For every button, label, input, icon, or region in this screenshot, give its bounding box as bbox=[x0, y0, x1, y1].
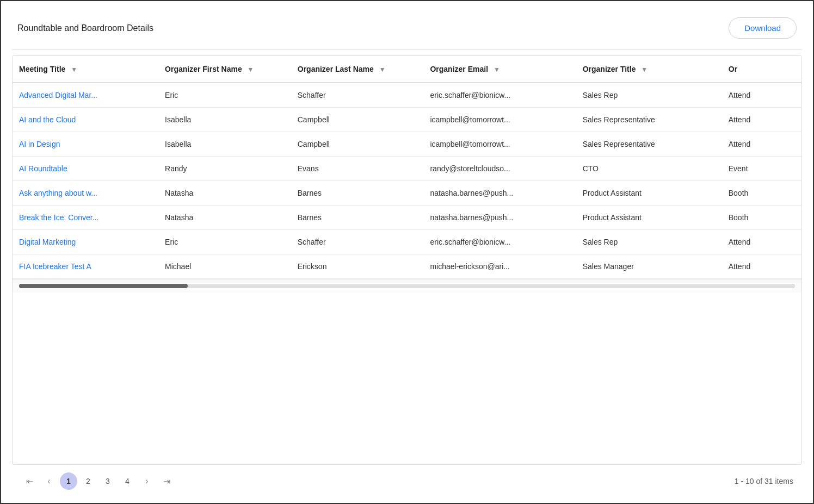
last-name-cell: Barnes bbox=[291, 206, 424, 230]
col-label-first-name: Organizer First Name bbox=[165, 65, 242, 73]
first-name-cell: Michael bbox=[158, 254, 291, 279]
meeting-title-link[interactable]: AI in Design bbox=[19, 140, 60, 148]
organizer-title-cell: CTO bbox=[576, 157, 722, 181]
or-cell: Event bbox=[722, 157, 801, 181]
organizer-title-cell: Sales Representative bbox=[576, 108, 722, 132]
organizer-title-cell: Sales Manager bbox=[576, 254, 722, 279]
email-cell: randy@storeltcloudso... bbox=[423, 157, 576, 181]
table-body: Advanced Digital Mar...EricSchaffereric.… bbox=[13, 83, 801, 279]
col-label-or: Or bbox=[729, 65, 737, 73]
organizer-title-cell: Product Assistant bbox=[576, 206, 722, 230]
last-name-cell: Campbell bbox=[291, 132, 424, 157]
table-row: AI RoundtableRandyEvansrandy@storeltclou… bbox=[13, 157, 801, 181]
filter-icon-last[interactable]: ▼ bbox=[379, 66, 386, 73]
header-divider bbox=[12, 49, 802, 50]
prev-page-button[interactable]: ‹ bbox=[40, 472, 58, 490]
filter-icon-meeting[interactable]: ▼ bbox=[71, 66, 77, 73]
scrollbar-track[interactable] bbox=[19, 284, 795, 288]
first-name-cell: Isabella bbox=[158, 108, 291, 132]
filter-icon-title[interactable]: ▼ bbox=[641, 66, 648, 73]
last-name-cell: Schaffer bbox=[291, 230, 424, 254]
first-name-cell: Eric bbox=[158, 230, 291, 254]
page-button-1[interactable]: 1 bbox=[60, 472, 77, 490]
email-cell: icampbell@tomorrowt... bbox=[423, 132, 576, 157]
meeting-title-link[interactable]: Ask anything about w... bbox=[19, 189, 97, 197]
col-header-title[interactable]: Organizer Title ▼ bbox=[576, 56, 722, 83]
table-container: Meeting Title ▼ Organizer First Name ▼ O… bbox=[12, 55, 802, 465]
col-label-meeting-title: Meeting Title bbox=[19, 65, 65, 73]
filter-icon-first[interactable]: ▼ bbox=[248, 66, 254, 73]
col-header-last-name[interactable]: Organizer Last Name ▼ bbox=[291, 56, 424, 83]
scrollbar-thumb[interactable] bbox=[19, 284, 188, 288]
meeting-title-link[interactable]: AI Roundtable bbox=[19, 164, 67, 173]
col-header-email[interactable]: Organizer Email ▼ bbox=[423, 56, 576, 83]
last-page-button[interactable]: ⇥ bbox=[158, 472, 175, 490]
table-row: Advanced Digital Mar...EricSchaffereric.… bbox=[13, 83, 801, 108]
or-cell: Attend bbox=[722, 83, 801, 108]
page-button-4[interactable]: 4 bbox=[119, 472, 136, 490]
page-wrapper: Roundtable and Boardroom Details Downloa… bbox=[0, 0, 814, 504]
email-cell: natasha.barnes@push... bbox=[423, 206, 576, 230]
email-cell: icampbell@tomorrowt... bbox=[423, 108, 576, 132]
pagination: ⇤ ‹ 1 2 3 4 › ⇥ 1 - 10 of 31 items bbox=[12, 465, 802, 492]
table-row: Digital MarketingEricSchaffereric.schaff… bbox=[13, 230, 801, 254]
table-header-row: Meeting Title ▼ Organizer First Name ▼ O… bbox=[13, 56, 801, 83]
col-label-email: Organizer Email bbox=[430, 65, 488, 73]
organizer-title-cell: Sales Representative bbox=[576, 132, 722, 157]
table-row: Break the Ice: Conver...NatashaBarnesnat… bbox=[13, 206, 801, 230]
last-name-cell: Campbell bbox=[291, 108, 424, 132]
email-cell: eric.schaffer@bionicw... bbox=[423, 83, 576, 108]
last-name-cell: Erickson bbox=[291, 254, 424, 279]
meeting-title-link[interactable]: Break the Ice: Conver... bbox=[19, 213, 98, 222]
table-row: AI and the CloudIsabellaCampbellicampbel… bbox=[13, 108, 801, 132]
data-table: Meeting Title ▼ Organizer First Name ▼ O… bbox=[13, 56, 801, 279]
last-name-cell: Evans bbox=[291, 157, 424, 181]
meeting-title-link[interactable]: Advanced Digital Mar... bbox=[19, 91, 97, 99]
or-cell: Attend bbox=[722, 254, 801, 279]
organizer-title-cell: Sales Rep bbox=[576, 230, 722, 254]
first-name-cell: Natasha bbox=[158, 206, 291, 230]
pagination-info: 1 - 10 of 31 items bbox=[735, 477, 793, 486]
or-cell: Attend bbox=[722, 230, 801, 254]
organizer-title-cell: Product Assistant bbox=[576, 181, 722, 206]
pagination-controls: ⇤ ‹ 1 2 3 4 › ⇥ bbox=[21, 472, 175, 490]
page-button-3[interactable]: 3 bbox=[99, 472, 116, 490]
first-name-cell: Eric bbox=[158, 83, 291, 108]
email-cell: natasha.barnes@push... bbox=[423, 181, 576, 206]
download-button[interactable]: Download bbox=[729, 17, 797, 39]
col-label-last-name: Organizer Last Name bbox=[298, 65, 374, 73]
or-cell: Booth bbox=[722, 206, 801, 230]
or-cell: Attend bbox=[722, 132, 801, 157]
table-row: AI in DesignIsabellaCampbellicampbell@to… bbox=[13, 132, 801, 157]
scrollbar-area bbox=[13, 279, 801, 293]
header: Roundtable and Boardroom Details Downloa… bbox=[12, 12, 802, 49]
first-page-button[interactable]: ⇤ bbox=[21, 472, 38, 490]
filter-icon-email[interactable]: ▼ bbox=[494, 66, 500, 73]
col-header-first-name[interactable]: Organizer First Name ▼ bbox=[158, 56, 291, 83]
first-name-cell: Isabella bbox=[158, 132, 291, 157]
col-header-or[interactable]: Or bbox=[722, 56, 801, 83]
next-page-button[interactable]: › bbox=[138, 472, 156, 490]
page-title: Roundtable and Boardroom Details bbox=[17, 23, 153, 33]
email-cell: michael-erickson@ari... bbox=[423, 254, 576, 279]
table-row: Ask anything about w...NatashaBarnesnata… bbox=[13, 181, 801, 206]
or-cell: Booth bbox=[722, 181, 801, 206]
first-name-cell: Randy bbox=[158, 157, 291, 181]
meeting-title-link[interactable]: AI and the Cloud bbox=[19, 115, 76, 124]
col-header-meeting-title[interactable]: Meeting Title ▼ bbox=[13, 56, 158, 83]
col-label-title: Organizer Title bbox=[583, 65, 636, 73]
table-row: FIA Icebreaker Test AMichaelEricksonmich… bbox=[13, 254, 801, 279]
last-name-cell: Barnes bbox=[291, 181, 424, 206]
meeting-title-link[interactable]: FIA Icebreaker Test A bbox=[19, 262, 91, 271]
first-name-cell: Natasha bbox=[158, 181, 291, 206]
email-cell: eric.schaffer@bionicw... bbox=[423, 230, 576, 254]
or-cell: Attend bbox=[722, 108, 801, 132]
organizer-title-cell: Sales Rep bbox=[576, 83, 722, 108]
last-name-cell: Schaffer bbox=[291, 83, 424, 108]
meeting-title-link[interactable]: Digital Marketing bbox=[19, 238, 76, 246]
page-button-2[interactable]: 2 bbox=[79, 472, 97, 490]
